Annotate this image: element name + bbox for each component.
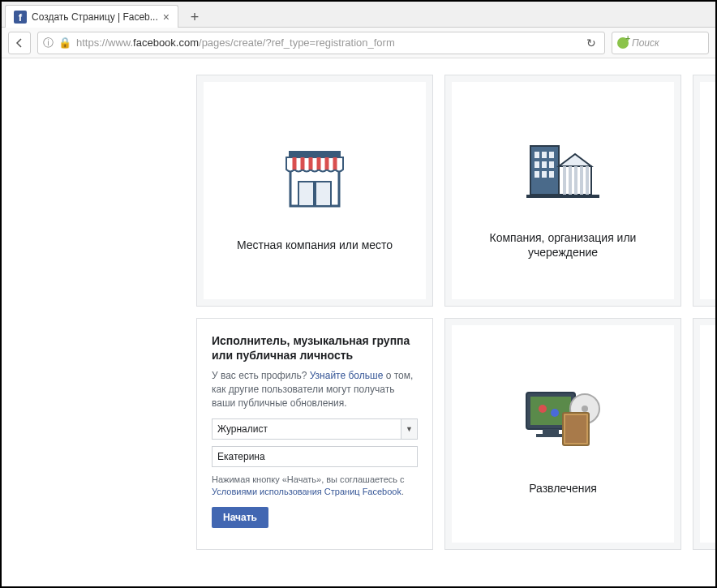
new-tab-button[interactable]: + [183, 7, 206, 27]
reload-button[interactable]: ↻ [583, 36, 599, 49]
svg-rect-13 [549, 171, 554, 178]
terms-text: Нажимая кнопку «Начать», вы соглашаетесь… [212, 474, 418, 499]
name-input[interactable] [212, 446, 418, 467]
browser-window: f Создать Страницу | Faceb... × + ⓘ 🔒 ht… [0, 0, 717, 588]
buildings-icon [518, 122, 608, 211]
card-entertainment[interactable]: Развлечения [444, 318, 681, 550]
svg-rect-9 [542, 161, 547, 168]
svg-rect-31 [565, 415, 586, 443]
svg-rect-11 [535, 171, 539, 178]
svg-rect-3 [289, 151, 341, 157]
browser-tab[interactable]: f Создать Страницу | Faceb... × [5, 5, 178, 28]
card-local-business[interactable]: Местная компания или место [196, 75, 433, 307]
info-icon[interactable]: ⓘ [43, 36, 54, 50]
svg-rect-21 [526, 195, 599, 198]
search-bar[interactable]: Поиск [612, 32, 709, 54]
svg-point-24 [539, 405, 547, 413]
terms-link[interactable]: Условиями использования Страниц Facebook [212, 487, 401, 496]
card-title: Местная компания или место [237, 238, 393, 252]
svg-rect-19 [580, 166, 583, 195]
back-button[interactable] [8, 32, 31, 54]
svg-point-29 [582, 406, 588, 412]
svg-rect-10 [549, 161, 554, 168]
entertainment-icon [518, 372, 608, 461]
url-bar[interactable]: ⓘ 🔒 https://www.facebook.com/pages/creat… [37, 32, 605, 54]
learn-more-link[interactable]: Узнайте больше [310, 370, 384, 381]
card-heading: Исполнитель, музыкальная группа или публ… [212, 333, 418, 363]
category-grid: Местная компания или место [196, 75, 715, 550]
arrow-left-icon [14, 37, 25, 49]
svg-rect-5 [535, 152, 539, 158]
close-tab-icon[interactable]: × [163, 11, 170, 24]
svg-rect-20 [586, 166, 589, 195]
svg-rect-17 [569, 166, 572, 195]
nav-bar: ⓘ 🔒 https://www.facebook.com/pages/creat… [2, 28, 715, 58]
svg-rect-8 [535, 161, 539, 168]
svg-point-25 [551, 409, 559, 417]
card-subtext: У вас есть профиль? Узнайте больше о том… [212, 369, 418, 410]
category-select[interactable]: Журналист ▼ [212, 418, 418, 440]
chevron-down-icon: ▼ [401, 419, 417, 439]
svg-rect-12 [542, 171, 547, 178]
svg-rect-2 [313, 182, 316, 206]
page-content: Местная компания или место [2, 58, 715, 586]
svg-rect-16 [563, 166, 566, 195]
card-title: Развлечения [529, 481, 597, 496]
svg-rect-26 [543, 429, 559, 434]
card-partial-1[interactable] [693, 75, 715, 307]
tab-bar: f Создать Страницу | Faceb... × + [2, 2, 715, 28]
svg-rect-7 [549, 152, 554, 158]
card-title: Компания, организация или учереждение [462, 230, 664, 260]
search-placeholder: Поиск [632, 37, 659, 49]
card-company[interactable]: Компания, организация или учереждение [444, 75, 681, 307]
start-button[interactable]: Начать [212, 507, 268, 528]
facebook-favicon: f [14, 11, 27, 24]
select-value: Журналист [217, 423, 268, 435]
lock-icon: 🔒 [58, 36, 71, 49]
svg-rect-18 [574, 166, 577, 195]
storefront-icon [270, 129, 359, 218]
card-partial-2[interactable] [693, 318, 715, 550]
tab-title: Создать Страницу | Faceb... [32, 11, 158, 23]
svg-marker-14 [559, 154, 591, 166]
svg-rect-27 [536, 434, 565, 437]
svg-rect-6 [542, 152, 547, 158]
search-engine-icon [617, 37, 629, 49]
url-text: https://www.facebook.com/pages/create/?r… [76, 36, 578, 49]
card-artist-expanded: Исполнитель, музыкальная группа или публ… [196, 318, 433, 550]
